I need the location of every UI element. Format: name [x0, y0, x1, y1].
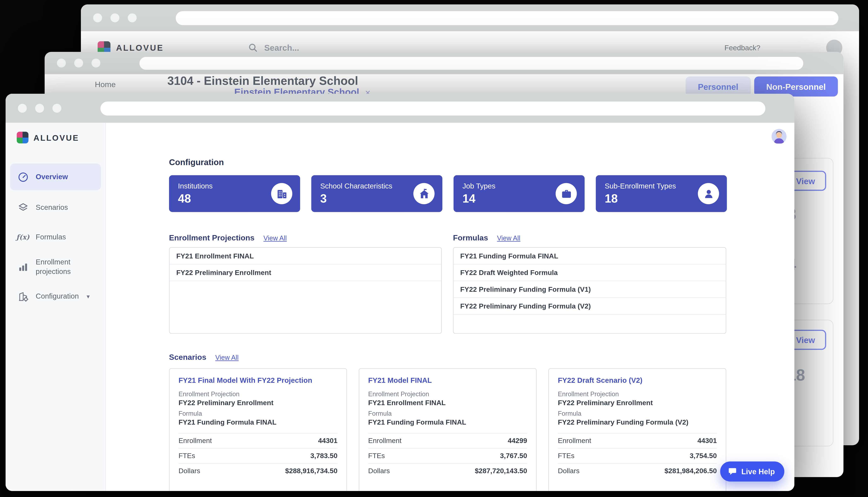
stat-value: 48	[178, 192, 213, 205]
list-item[interactable]: FY22 Preliminary Funding Formula (V1)	[453, 281, 726, 298]
configuration-heading: Configuration	[169, 157, 794, 167]
sidebar-item-label: Enrollment projections	[36, 258, 101, 276]
list-item[interactable]: FY22 Draft Weighted Formula	[453, 265, 726, 281]
stat-row-label: Dollars	[178, 467, 200, 475]
list-item[interactable]: FY21 Enrollment FINAL	[170, 248, 441, 265]
stat-row: FTEs3,783.50	[178, 448, 337, 463]
stat-row-value: 3,783.50	[310, 452, 337, 460]
formulas-heading: Formulas	[453, 233, 488, 242]
traffic-light-maximize[interactable]	[52, 104, 61, 113]
window-titlebar	[81, 4, 859, 31]
sidebar: ALLOVUE Overview Scenarios	[5, 123, 106, 491]
scenario-stats: Enrollment44301 FTEs3,783.50 Dollars$288…	[178, 433, 337, 478]
stat-row-label: Enrollment	[178, 437, 212, 445]
sidebar-item-scenarios[interactable]: Scenarios	[5, 193, 105, 223]
stat-row-value: 44301	[697, 437, 717, 445]
formula-value: FY22 Preliminary Funding Formula (V2)	[558, 418, 717, 426]
tab-personnel[interactable]: Personnel	[685, 76, 751, 96]
stat-label: School Characteristics	[320, 182, 392, 190]
stat-row: Dollars$288,916,734.50	[178, 463, 337, 478]
window-titlebar	[5, 94, 794, 123]
main-window: ALLOVUE Overview Scenarios	[5, 94, 794, 491]
sidebar-item-label: Configuration	[36, 292, 79, 301]
scenario-title[interactable]: FY21 Model FINAL	[368, 376, 527, 384]
tab-non-personnel[interactable]: Non-Personnel	[754, 76, 838, 96]
stat-row-value: 3,767.50	[500, 452, 527, 460]
bar-chart-icon	[17, 261, 29, 273]
school-house-icon	[413, 183, 434, 204]
stat-row-value: $288,916,734.50	[285, 467, 337, 475]
traffic-light-close[interactable]	[57, 59, 66, 68]
view-all-link[interactable]: View All	[263, 235, 287, 242]
stat-row-label: Dollars	[558, 467, 580, 475]
list-item[interactable]: FY22 Preliminary Funding Formula (V2)	[453, 298, 726, 315]
address-bar[interactable]	[100, 101, 765, 115]
stat-row: Enrollment44301	[178, 433, 337, 448]
main-content: Configuration Institutions 48	[106, 123, 794, 491]
sidebar-item-formulas[interactable]: Formulas	[5, 223, 105, 252]
scenarios-heading: Scenarios	[169, 353, 206, 361]
traffic-light-minimize[interactable]	[111, 13, 119, 22]
traffic-light-close[interactable]	[18, 104, 27, 113]
stat-label: Institutions	[178, 182, 213, 190]
stat-row: FTEs3,754.50	[558, 448, 717, 463]
formula-fx-icon	[17, 231, 29, 243]
personnel-toggle: Personnel Non-Personnel	[685, 76, 838, 96]
projection-label: Enrollment Projection	[558, 390, 717, 397]
formula-label: Formula	[368, 410, 527, 417]
view-all-link[interactable]: View All	[497, 235, 520, 242]
sidebar-item-overview[interactable]: Overview	[10, 164, 101, 190]
stat-row-label: Enrollment	[558, 437, 591, 445]
traffic-light-close[interactable]	[93, 13, 102, 22]
sidebar-nav: Overview Scenarios Formulas	[5, 164, 105, 311]
traffic-light-maximize[interactable]	[91, 59, 100, 68]
brand-name: ALLOVUE	[116, 43, 164, 52]
sidebar-item-label: Scenarios	[36, 203, 68, 213]
config-card-school-characteristics[interactable]: School Characteristics 3	[311, 175, 443, 212]
traffic-lights	[57, 59, 100, 68]
stat-row-label: FTEs	[368, 452, 385, 460]
projection-value: FY22 Preliminary Enrollment	[558, 399, 717, 407]
config-card-institutions[interactable]: Institutions 48	[169, 175, 300, 212]
global-search[interactable]: Search...	[247, 42, 299, 53]
config-card-job-types[interactable]: Job Types 14	[453, 175, 584, 212]
scenario-card: FY21 Final Model With FY22 Projection En…	[169, 368, 347, 491]
sidebar-item-label: Overview	[36, 172, 68, 182]
scenario-stats: Enrollment44301 FTEs3,754.50 Dollars$281…	[558, 433, 717, 478]
stat-row: FTEs3,767.50	[368, 448, 527, 463]
stat-row-value: $287,720,143.50	[475, 467, 527, 475]
brand-name: ALLOVUE	[33, 133, 79, 142]
stat-row-label: Enrollment	[368, 437, 402, 445]
user-avatar[interactable]	[771, 129, 786, 144]
scenario-cards: FY21 Final Model With FY22 Projection En…	[169, 368, 726, 491]
scenario-title[interactable]: FY22 Draft Scenario (V2)	[558, 376, 717, 384]
chevron-down-icon: ▾	[87, 293, 90, 300]
stat-row-value: 3,754.50	[690, 452, 717, 460]
address-bar[interactable]	[140, 57, 803, 70]
stat-row: Dollars$281,984,206.50	[558, 463, 717, 478]
traffic-light-minimize[interactable]	[35, 104, 44, 113]
traffic-light-maximize[interactable]	[128, 13, 137, 22]
scenario-title[interactable]: FY21 Final Model With FY22 Projection	[178, 376, 337, 384]
address-bar[interactable]	[176, 11, 838, 25]
feedback-link[interactable]: Feedback?	[724, 43, 760, 52]
formula-label: Formula	[558, 410, 717, 417]
breadcrumb[interactable]: Home	[95, 80, 116, 89]
briefcase-icon	[555, 183, 577, 204]
stat-label: Job Types	[463, 182, 495, 190]
formula-label: Formula	[178, 410, 337, 417]
projection-value: FY21 Enrollment FINAL	[368, 399, 527, 407]
stat-row-value: 44301	[318, 437, 337, 445]
formula-value: FY21 Funding Formula FINAL	[178, 418, 337, 426]
list-item[interactable]: FY22 Preliminary Enrollment	[170, 265, 441, 281]
list-item[interactable]: FY21 Funding Formula FINAL	[453, 248, 726, 265]
config-card-sub-enrollment-types[interactable]: Sub-Enrollment Types 18	[596, 175, 727, 212]
live-help-button[interactable]: Live Help	[720, 462, 784, 482]
stat-row-label: Dollars	[368, 467, 390, 475]
scenario-stats: Enrollment44299 FTEs3,767.50 Dollars$287…	[368, 433, 527, 478]
formulas-section: Formulas View All FY21 Funding Formula F…	[453, 233, 726, 333]
traffic-light-minimize[interactable]	[74, 59, 83, 68]
sidebar-item-enrollment-projections[interactable]: Enrollment projections	[5, 252, 105, 282]
sidebar-item-configuration[interactable]: Configuration ▾	[5, 282, 105, 311]
view-all-link[interactable]: View All	[215, 354, 239, 362]
